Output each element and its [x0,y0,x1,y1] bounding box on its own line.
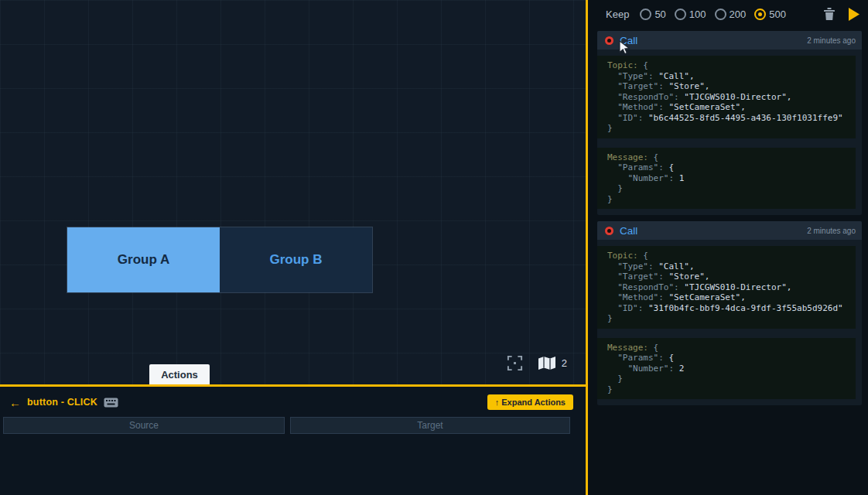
keep-option-200[interactable]: 200 [715,9,747,20]
target-input[interactable] [290,417,570,434]
keep-option-100[interactable]: 100 [675,9,706,20]
keep-label: Keep [606,9,629,20]
message-card: Call2 minutes agoTopic: { "Type": "Call"… [597,31,862,215]
radio-icon [640,9,651,20]
message-title[interactable]: Call [620,35,637,46]
keyboard-icon [104,398,118,408]
code-block: Topic: { "Type": "Call", "Target": "Stor… [597,56,856,138]
radio-icon [754,9,766,20]
map-count: 2 [562,357,567,369]
stage-canvas[interactable]: Group A Group B 2 Actions [0,0,586,384]
keep-option-label: 50 [654,9,665,20]
message-timestamp: 2 minutes ago [807,227,856,235]
messages-list: Call2 minutes agoTopic: { "Type": "Call"… [588,28,868,405]
message-card-header[interactable]: Call2 minutes ago [597,31,862,50]
expand-actions-button[interactable]: ↑ Expand Actions [487,394,573,410]
actions-tab[interactable]: Actions [149,364,210,384]
keep-option-label: 100 [689,9,706,20]
message-title[interactable]: Call [620,225,637,237]
trash-icon[interactable] [823,7,836,21]
grid-background [0,0,586,384]
code-block: Message: { "Params": { "Number": 2 }} [597,338,856,400]
keep-option-50[interactable]: 50 [640,9,665,20]
source-input[interactable] [3,417,285,434]
keep-actions [823,7,860,22]
radio-icon [715,9,726,20]
message-card-header[interactable]: Call2 minutes ago [597,221,862,240]
code-block: Topic: { "Type": "Call", "Target": "Stor… [597,246,856,329]
message-side-panel: Keep 50100200500 Call2 minutes agoTopic:… [588,0,868,495]
keep-options: 50100200500 [640,9,786,20]
app-window: Group A Group B 2 Actions ← [0,0,868,495]
play-button[interactable] [848,7,860,22]
group-b-button[interactable]: Group B [220,227,372,292]
map-icon[interactable]: 2 [538,356,567,370]
fit-screen-icon[interactable] [506,354,524,372]
actions-panel: ← button - CLICK ↑ Expand Actions [0,387,586,495]
panel-divider [586,0,588,495]
message-body: Topic: { "Type": "Call", "Target": "Stor… [597,50,862,215]
keep-option-500[interactable]: 500 [754,9,786,20]
keep-option-label: 200 [730,9,747,20]
message-timestamp: 2 minutes ago [807,36,856,45]
message-body: Topic: { "Type": "Call", "Target": "Stor… [597,240,862,405]
status-circle-icon [605,36,613,45]
mapping-inputs-row [0,410,586,434]
message-card: Call2 minutes agoTopic: { "Type": "Call"… [597,221,862,405]
canvas-toolbar: 2 [506,354,567,372]
group-a-button[interactable]: Group A [67,227,220,292]
actions-panel-header: ← button - CLICK ↑ Expand Actions [0,387,586,410]
keep-bar: Keep 50100200500 [588,0,868,28]
keep-option-label: 500 [769,9,786,20]
status-circle-icon [605,227,613,235]
code-block: Message: { "Params": { "Number": 1 }} [597,148,856,210]
back-arrow-icon[interactable]: ← [9,396,21,409]
radio-icon [675,9,686,20]
action-title: button - CLICK [27,397,97,408]
group-button-row: Group A Group B [67,227,373,293]
canvas-bottom-border [0,384,586,387]
